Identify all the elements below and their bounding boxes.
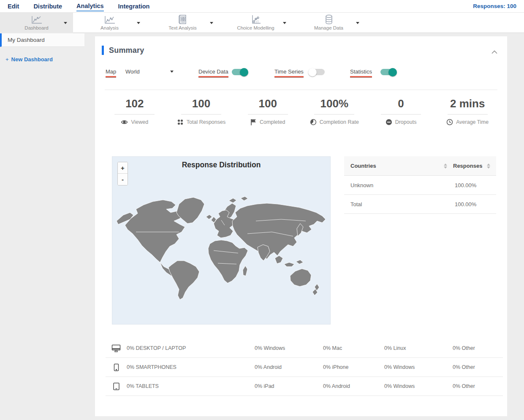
world-map[interactable]	[112, 157, 330, 324]
dashboard-sidebar: My Dashboard +New Dashboard	[0, 33, 84, 420]
sort-icon[interactable]	[487, 164, 490, 169]
stat-completion-rate: 100% Completion Rate	[301, 97, 368, 125]
divider	[314, 114, 354, 115]
nav-item-distribute[interactable]: Distribute	[33, 1, 62, 11]
countries-table-header: Countries Responses	[344, 156, 496, 176]
responses-column-header[interactable]: Responses	[453, 163, 487, 169]
country-responses: 100.00%	[455, 201, 496, 207]
device-stat: 0% iPad	[255, 383, 323, 389]
zoom-in-button[interactable]: +	[118, 162, 128, 174]
countries-table: Countries Responses Unknown 100.00% Tota…	[344, 156, 496, 214]
stat-label: Average Time	[456, 119, 489, 125]
device-row-tablets: 0% TABLETS 0% iPad 0% Android 0% Windows…	[106, 377, 503, 396]
chevron-down-icon[interactable]	[64, 22, 67, 24]
smartphone-icon	[111, 363, 121, 371]
eye-icon	[121, 119, 128, 125]
response-map-panel: Response Distribution + -	[112, 156, 331, 325]
device-label: 0% TABLETS	[127, 383, 159, 389]
sidebar-item-my-dashboard[interactable]: My Dashboard	[0, 33, 84, 47]
map-title: Response Distribution	[112, 161, 330, 169]
tab-choice-modelling[interactable]: Choice Modelling	[219, 13, 292, 33]
analytics-toolbar: Dashboard Analysis Text Analysis Choice …	[0, 13, 524, 33]
device-stat: 0% Mac	[323, 345, 384, 351]
map-region-value: World	[125, 68, 140, 75]
time-series-toggle[interactable]	[309, 69, 325, 75]
database-icon	[324, 15, 334, 25]
stat-total-responses: 100 Total Responses	[168, 97, 235, 125]
device-breakdown: 0% DESKTOP / LAPTOP 0% Windows 0% Mac 0%…	[106, 339, 503, 396]
zoom-out-button[interactable]: -	[118, 174, 128, 185]
statistics-toggle[interactable]	[380, 69, 396, 75]
plus-icon: +	[5, 56, 9, 63]
stat-label: Completed	[260, 119, 285, 125]
top-navigation: Edit Distribute Analytics Integration Re…	[0, 0, 524, 13]
device-stat: 0% Windows	[255, 345, 323, 351]
map-region-arctic-island-2	[241, 196, 248, 201]
desktop-icon	[111, 344, 121, 352]
toggle-knob	[388, 68, 397, 76]
table-row: Unknown 100.00%	[344, 176, 496, 195]
map-region-north-america	[125, 200, 185, 262]
stat-value: 102	[101, 97, 168, 110]
device-stat: 0% Other	[453, 364, 503, 370]
tab-dashboard[interactable]: Dashboard	[0, 13, 73, 33]
flag-icon	[250, 119, 257, 125]
map-region-dropdown[interactable]: World	[125, 68, 174, 75]
half-circle-icon	[310, 119, 317, 125]
stat-value: 2 mins	[434, 97, 501, 110]
device-row-desktop: 0% DESKTOP / LAPTOP 0% Windows 0% Mac 0%…	[106, 339, 503, 358]
tablet-icon	[111, 382, 121, 390]
divider	[248, 114, 288, 115]
stat-average-time: 2 mins Average Time	[434, 97, 501, 125]
section-accent-bar	[102, 46, 104, 55]
line-chart-icon	[103, 15, 116, 25]
stat-viewed: 102 Viewed	[101, 97, 168, 125]
device-stat: 0% Windows	[384, 364, 453, 370]
stat-value: 100%	[301, 97, 368, 110]
page-title: Summary	[109, 46, 144, 55]
stat-label: Completion Rate	[320, 119, 359, 125]
device-label: 0% DESKTOP / LAPTOP	[127, 345, 186, 351]
nav-item-analytics[interactable]: Analytics	[76, 1, 103, 11]
device-stat: 0% Other	[453, 345, 503, 351]
tab-label: Analysis	[100, 25, 119, 30]
divider	[181, 114, 221, 115]
statistics-label: Statistics	[350, 68, 372, 77]
tab-analysis[interactable]: Analysis	[73, 13, 146, 33]
stat-value: 100	[168, 97, 235, 110]
device-stat: 0% Windows	[384, 383, 453, 389]
device-data-toggle[interactable]	[232, 69, 248, 75]
device-stat: 0% Android	[323, 383, 384, 389]
map-region-indonesia	[284, 262, 294, 267]
toggle-knob	[240, 68, 248, 76]
device-stat: 0% Linux	[384, 345, 453, 351]
chevron-down-icon[interactable]	[283, 22, 286, 24]
country-name: Unknown	[350, 182, 455, 188]
stat-label: Total Responses	[187, 119, 225, 125]
tab-text-analysis[interactable]: Text Analysis	[146, 13, 219, 33]
nav-item-integration[interactable]: Integration	[118, 1, 150, 11]
country-responses: 100.00%	[455, 182, 496, 188]
new-dashboard-button[interactable]: +New Dashboard	[5, 56, 84, 63]
divider	[448, 114, 488, 115]
countries-column-header[interactable]: Countries	[350, 163, 444, 169]
device-stat: 0% iPhone	[323, 364, 384, 370]
map-label: Map	[106, 68, 116, 77]
collapse-section-button[interactable]	[491, 48, 498, 56]
document-grid-icon	[178, 15, 188, 25]
chevron-down-icon[interactable]	[210, 22, 213, 24]
sort-icon[interactable]	[444, 164, 447, 169]
device-row-smartphones: 0% SMARTPHONES 0% Android 0% iPhone 0% W…	[106, 358, 503, 377]
line-chart-icon	[30, 15, 43, 25]
tab-manage-data[interactable]: Manage Data	[292, 13, 365, 33]
summary-card: Summary Map World Device Data Time Serie…	[95, 36, 507, 416]
map-region-sea-islands	[275, 256, 283, 264]
nav-item-edit[interactable]: Edit	[8, 1, 19, 11]
chevron-down-icon[interactable]	[356, 22, 359, 24]
responses-count-link[interactable]: Responses: 100	[473, 3, 516, 9]
stat-label: Viewed	[131, 119, 148, 125]
map-region-africa	[208, 240, 248, 283]
dots-grid-icon	[177, 119, 184, 125]
chevron-down-icon[interactable]	[137, 22, 140, 24]
stat-dropouts: 0 Dropouts	[368, 97, 434, 125]
